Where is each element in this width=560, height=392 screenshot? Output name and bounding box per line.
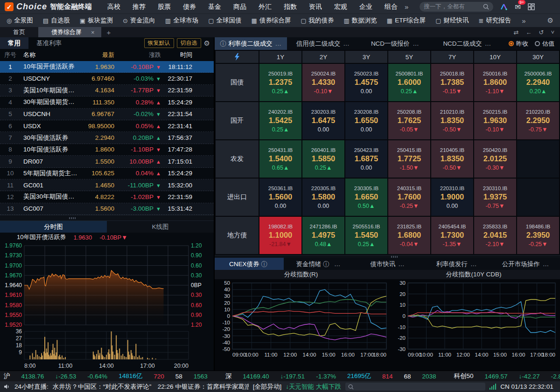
watchlist-row[interactable]: 2USDCNY6.97460-0.03%▼22:30:17 [0,73,214,84]
ticker-search-box[interactable] [345,383,485,391]
bond-cell-250019.IB[interactable]: 250019.IB1.23750.25▲ [259,64,301,101]
bond-cell-231825.IB[interactable]: 231825.IB1.6800-0.04▼ [388,217,430,254]
speaker-icon[interactable] [4,384,10,390]
ai-assistant-icon[interactable] [500,3,508,11]
toolbar-item-全景图[interactable]: ◎全景图 [7,16,33,25]
radio-估值[interactable]: 估值 [535,40,554,48]
bond-cell-250423.IB[interactable]: 250423.IB1.68750.00 [345,140,387,178]
watchlist-row[interactable]: 13GC0071.5600-3.00BP▼15:31:42 [0,203,214,215]
new-tab-button[interactable]: + [101,27,117,37]
nav-item-高校[interactable]: 高校 [101,3,126,11]
toolbar-item-板块监测[interactable]: ▣板块监测 [80,16,113,25]
watchlist-row[interactable]: 9DR0071.550010.00BP▲17:15:01 [0,156,214,167]
horizontal-splitter[interactable] [0,215,214,221]
nav-item-指数[interactable]: 指数 [278,3,303,11]
nav-item-债券[interactable]: 债券 [177,3,202,11]
watchlist-row[interactable]: 12美国30年期国债…4.8222-1.02BP▼22:31:59 [0,191,214,203]
watchlist-row[interactable]: 6USDX98.950000.05%▲22:31:41 [0,120,214,132]
close-tab-icon[interactable]: × [91,29,95,36]
toolbar-item-债券综合屏[interactable]: ▦债券综合屏 [251,16,291,25]
all-movers-button[interactable]: [全部异动] [253,383,282,391]
ticker-text[interactable]: 水井坊？中国区：“对此不发表评论” 22:26 中银证券：首席科学家葛浩辞职 2… [53,383,249,391]
edit-layout-icon[interactable]: ⇄ [514,29,519,36]
watchlist-row[interactable]: 5USDCNH6.96767-0.02%▼22:31:54 [0,109,214,120]
apps-grid-icon[interactable] [528,3,535,10]
tab-bond-screen[interactable]: 债券综合屏× [38,27,101,37]
cnex-tab-债市快讯[interactable]: 债市快讯… [353,258,422,270]
cnex-tab-CNEX债券[interactable]: CNEX债券 ⓘ [215,258,284,270]
bond-cell-250208.IB[interactable]: 250208.IB1.7625-0.05▼ [388,102,430,139]
tab-more-icon[interactable]: … [543,261,549,268]
tab-minute-chart[interactable]: 分时图 [0,221,107,233]
bond-cell-2500801.IB[interactable]: 2500801.IB1.60000.25▲ [388,64,430,101]
bond-tab-NCD一级报价[interactable]: NCD一级报价… [359,37,431,50]
tab-home[interactable]: 首页 [0,27,38,37]
bond-cell-198486.IB[interactable]: 198486.IB2.3950-0.25▼ [517,217,559,254]
tab-more-icon[interactable]: … [485,40,491,47]
bond-cell-230203.IB[interactable]: 230203.IB1.64750.00 [302,102,344,139]
bond-cell-210210.IB[interactable]: 210210.IB1.8350-0.50▼ [431,102,473,139]
bond-cell-250016.IB[interactable]: 250016.IB1.8600-1.10▼ [474,64,516,101]
toolbar-more-chevron[interactable]: » [522,17,525,25]
nav-item-基金[interactable]: 基金 [202,3,227,11]
toolbar-item-ETF综合屏[interactable]: ▦ETF综合屏 [387,16,426,25]
tab-more-icon[interactable]: … [334,261,341,268]
toolbar-item-数据浏览[interactable]: ▥数据浏览 [344,16,377,25]
bond-tab-利率债二级成交[interactable]: ⓘ利率债二级成交… [215,37,287,50]
bond-cell-250415.IB[interactable]: 250415.IB1.7725-1.50▼ [388,140,430,178]
bond-cell-220305.IB[interactable]: 220305.IB1.58000.00 [302,179,344,216]
tab-more-icon[interactable]: … [470,261,477,268]
watchlist-row[interactable]: 730年国债活跃券2.29400.20BP▲17:56:37 [0,132,214,144]
cnex-tab-公开市场操作[interactable]: 公开市场操作… [491,258,560,270]
toolbar-item-财经快讯[interactable]: ▢财经快讯 [435,16,469,25]
nav-item-股票[interactable]: 股票 [152,3,177,11]
watchlist-row[interactable]: 3美国10年期国债…4.1634-1.77BP▼22:31:59 [0,85,214,96]
refresh-icon[interactable]: ↺ [539,29,544,36]
watchlist-row[interactable]: 810年国债活跃券1.8600-1.10BP▼17:47:28 [0,144,214,156]
tab-more-icon[interactable]: … [275,40,282,47]
tab-more-icon[interactable]: … [413,40,419,47]
chevron-down-icon[interactable]: ˅ [551,29,554,36]
bond-cell-250361.IB[interactable]: 250361.IB1.56000.00 [259,179,301,216]
bond-tab-信用债二级成交[interactable]: 信用债二级成交… [287,37,359,50]
bond-cell-260401.IB[interactable]: 260401.IB1.58500.25▲ [302,140,344,178]
nav-item-企业[interactable]: 企业 [353,3,378,11]
switch-watchlist-button[interactable]: 切自选 [177,38,201,48]
toolbar-item-自选股[interactable]: ▤自选股 [43,16,70,25]
bond-cell-250018.IB[interactable]: 250018.IB1.7385-0.15▼ [431,64,473,101]
bond-cell-2500006.IB[interactable]: 2500006.IB2.29400.20▲ [517,64,559,101]
bond-cell-230305.IB[interactable]: 230305.IB1.66500.50▲ [345,179,387,216]
bond-tab-NCD二级成交[interactable]: NCD二级成交… [431,37,504,50]
restore-default-button[interactable]: 恢复默认 [144,38,174,48]
bond-cell-230310.IB[interactable]: 230310.IB1.9375-0.75▼ [474,179,516,216]
bond-cell-230208.IB[interactable]: 230208.IB1.65500.00 [345,102,387,139]
nav-item-商品[interactable]: 商品 [227,3,252,11]
toolbar-item-全球国债[interactable]: ▢全球国债 [208,16,241,25]
tab-common[interactable]: 常用 [0,37,28,49]
toolbar-item-资金流向[interactable]: ⊙资金流向 [123,16,155,25]
settings-gear-icon[interactable]: ⚙ [547,16,553,25]
tab-benchmark-rates[interactable]: 基准利率 [28,37,70,49]
cnex-tab-利率债发行[interactable]: 利率债发行… [422,258,491,270]
bond-cell-250431.IB[interactable]: 250431.IB1.54000.65▲ [259,140,301,178]
bond-cell-2505516.IB[interactable]: 2505516.IB1.54500.25▲ [345,217,387,254]
bond-cell-210405.IB[interactable]: 210405.IB1.8350-0.50▼ [431,140,473,178]
radio-昨收[interactable]: 昨收 [509,40,528,48]
bond-cell-240315.IB[interactable]: 240315.IB1.7600-0.25▼ [388,179,430,216]
app-logo[interactable]: ✓ Choice 智能金融终端 [5,2,92,12]
cnex-tab-资金情绪[interactable]: 资金情绪 ⓘ… [284,258,353,270]
bond-cell-2405454.IB[interactable]: 2405454.IB1.7300-1.35▼ [431,217,473,254]
bond-cell-240202.IB[interactable]: 240202.IB1.54250.25▲ [259,102,301,139]
toolbar-item-全球市场[interactable]: ▥全球市场 [165,16,198,25]
bond-cell-198082.IB[interactable]: 198082.IB1.1000-21.84▼ [259,217,301,254]
watchlist-row[interactable]: 105年期国债期货主…105.6250.04%▲15:24:29 [0,168,214,179]
watchlist-row[interactable]: 110年国开债活跃券1.9630-0.10BP▼18:11:12 [0,61,214,73]
toolbar-item-研究报告[interactable]: ≣研究报告 [478,16,511,25]
watchlist-row[interactable]: 11GC0011.4650-11.00BP▼15:32:00 [0,179,214,191]
nav-item-宏观[interactable]: 宏观 [328,3,353,11]
tab-more-icon[interactable]: … [398,261,405,268]
bond-cell-250024.IB[interactable]: 250024.IB1.4330-0.10▼ [302,64,344,101]
toolbar-item-我的债券[interactable]: ▢我的债券 [301,16,334,25]
tab-kline-chart[interactable]: K线图 [107,221,214,233]
nav-item-推荐[interactable]: 推荐 [126,3,152,11]
